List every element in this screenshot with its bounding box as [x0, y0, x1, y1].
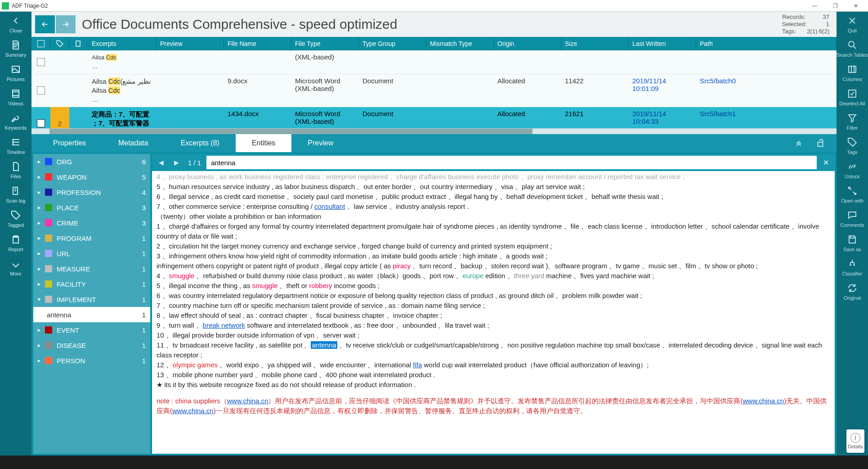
rail-unlock[interactable]: Unlock [837, 158, 868, 182]
nav-back-button[interactable] [35, 15, 55, 33]
entity-item-count: 1 [142, 311, 146, 319]
svg-rect-0 [76, 41, 80, 46]
rail-comments[interactable]: Comments [837, 206, 868, 230]
row-checkbox[interactable] [31, 50, 50, 74]
find-clear-button[interactable]: ✕ [819, 156, 832, 169]
find-prev-button[interactable]: ◀ [155, 156, 167, 169]
window-maximize-button[interactable]: ❐ [825, 0, 846, 12]
doc-line: 7 、country machine turn off or specific … [157, 301, 830, 311]
row-filename [224, 50, 291, 74]
tab-properties[interactable]: Properties [37, 134, 102, 152]
os-taskbar[interactable] [0, 455, 868, 469]
row-tag[interactable] [50, 74, 69, 107]
unlock-tab-icon[interactable] [788, 134, 810, 152]
row-checkbox[interactable] [31, 107, 50, 129]
column-filetype[interactable]: File Type [291, 37, 359, 50]
column-path[interactable]: Path [696, 37, 837, 50]
entity-swatch [45, 342, 52, 349]
row-tag[interactable] [50, 50, 69, 74]
rail-scanlog[interactable]: Scan log [0, 182, 31, 206]
column-origin[interactable]: Origin [494, 37, 561, 50]
results-table-body: Ailsa Cdc… (XML-based) Ailsa Cdc(نظير مش… [31, 50, 837, 129]
rail-deselect[interactable]: Deselect All [837, 85, 868, 109]
rail-videos[interactable]: Videos [0, 85, 31, 109]
rail-pictures[interactable]: Pictures [0, 60, 31, 85]
rail-summary[interactable]: Summary [0, 36, 31, 60]
entity-count: 1 [142, 296, 146, 303]
tab-entities[interactable]: Entities [236, 134, 291, 152]
row-checkbox[interactable] [31, 74, 50, 107]
column-size[interactable]: Size [561, 37, 629, 50]
column-flag-icon[interactable] [69, 37, 88, 50]
rail-search-tables[interactable]: Search Tables [837, 36, 868, 60]
find-input[interactable] [206, 156, 817, 169]
entity-org[interactable]: ORG 6 [33, 154, 150, 169]
rail-label: Search Tables [837, 52, 868, 58]
rail-keywords[interactable]: Keywords [0, 109, 31, 133]
column-filename[interactable]: File Name [224, 37, 291, 50]
doc-line: 1 、chargé d'affaires or forged any forma… [157, 221, 830, 241]
column-preview[interactable]: Preview [157, 37, 224, 50]
document-body[interactable]: 4 、proxy business , as work business reg… [152, 171, 835, 454]
row-flag[interactable] [69, 107, 88, 129]
rail-close[interactable]: Close [0, 12, 31, 36]
column-typegroup[interactable]: Type Group [359, 37, 426, 50]
row-flag[interactable] [69, 50, 88, 74]
row-mismatch [426, 107, 494, 129]
window-close-button[interactable]: ✕ [846, 0, 866, 12]
rail-label: Quit [848, 28, 857, 33]
entity-measure[interactable]: MEASURE 1 [33, 261, 150, 276]
rail-report[interactable]: Report [0, 230, 31, 255]
row-tag[interactable]: 2 [50, 107, 69, 129]
rail-label: Report [8, 247, 23, 252]
entity-place[interactable]: PLACE 3 [33, 200, 150, 215]
entity-implement[interactable]: IMPLEMENT 1 [33, 292, 150, 307]
column-excerpts[interactable]: Excerpts [88, 37, 157, 50]
lock-tab-icon[interactable] [810, 134, 831, 152]
find-next-button[interactable]: ▶ [170, 156, 183, 169]
rail-files[interactable]: Files [0, 158, 31, 182]
rail-openwith[interactable]: Open with [837, 182, 868, 206]
column-checkbox[interactable] [31, 37, 50, 50]
rail-quit[interactable]: Quit [837, 12, 868, 36]
entity-person[interactable]: PERSON 1 [33, 353, 150, 368]
details-button[interactable]: i Details [846, 429, 864, 453]
table-row[interactable]: Ailsa Cdc(نظير مشعAilsa Cdc… 9.docx Micr… [31, 74, 837, 107]
row-flag[interactable] [69, 74, 88, 107]
entity-profession[interactable]: PROFESSION 4 [33, 185, 150, 200]
rail-timeline[interactable]: Timeline [0, 133, 31, 158]
entity-event[interactable]: EVENT 1 [33, 322, 150, 338]
tab-metadata[interactable]: Metadata [102, 134, 165, 152]
entity-url[interactable]: URL 1 [33, 246, 150, 261]
column-lastwritten[interactable]: Last Written [629, 37, 696, 50]
row-mismatch [426, 50, 494, 74]
rail-tagged[interactable]: Tagged [0, 206, 31, 230]
rail-filter[interactable]: Filter [837, 109, 868, 133]
entity-label: EVENT [57, 326, 79, 334]
column-tag-icon[interactable] [50, 37, 69, 50]
rail-saveas[interactable]: Save as [837, 230, 868, 255]
table-row[interactable]: Ailsa Cdc… (XML-based) [31, 50, 837, 74]
open-icon [846, 185, 859, 197]
rail-classifier[interactable]: Classifier [837, 255, 868, 279]
tab-preview[interactable]: Preview [291, 134, 349, 152]
rail-columns[interactable]: Columns [837, 60, 868, 85]
entity-facility[interactable]: FACILITY 1 [33, 276, 150, 292]
entity-weapon[interactable]: WEAPON 5 [33, 169, 150, 185]
entity-item-antenna[interactable]: antenna 1 [33, 307, 150, 322]
table-row[interactable]: 2 定商品：7、可配置；7、可配置军警器材 1434.docx Microsof… [31, 107, 837, 129]
table-horizontal-scrollbar[interactable] [31, 129, 837, 134]
entity-swatch [45, 204, 52, 211]
nav-forward-button[interactable] [56, 15, 76, 33]
entity-swatch [45, 189, 52, 196]
column-mismatch[interactable]: Mismatch Type [426, 37, 494, 50]
rail-more[interactable]: More [0, 255, 31, 279]
window-minimize-button[interactable]: — [804, 0, 825, 12]
tab-excerpts[interactable]: Excerpts (8) [165, 134, 236, 152]
rail-tags[interactable]: Tags [837, 133, 868, 158]
entity-crime[interactable]: CRIME 3 [33, 215, 150, 230]
entity-program[interactable]: PROGRAM 1 [33, 230, 150, 246]
rail-original[interactable]: Original [837, 279, 868, 303]
entity-swatch [45, 158, 52, 165]
entity-disease[interactable]: DISEASE 1 [33, 338, 150, 353]
